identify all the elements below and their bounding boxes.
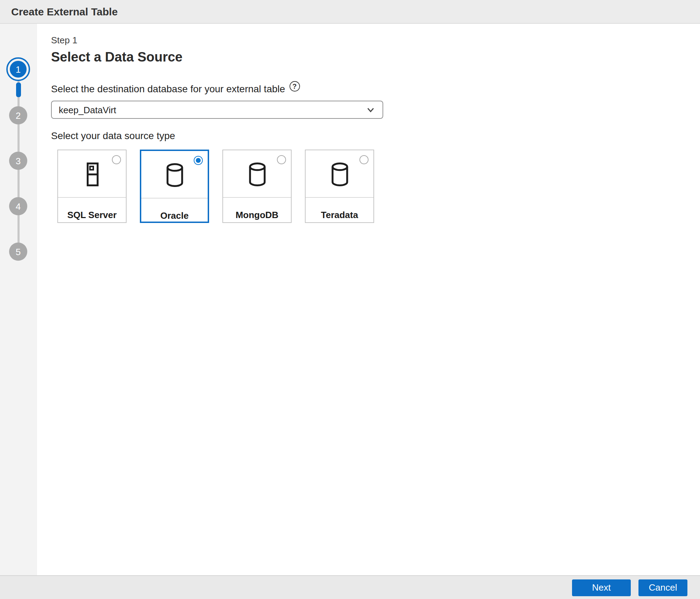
- card-label: Oracle: [141, 210, 208, 221]
- create-external-table-wizard: Create External Table 1 2 3 4 5 Step 1 S…: [0, 0, 700, 599]
- destination-database-label: Select the destination database for your…: [51, 83, 285, 94]
- dialog-titlebar: Create External Table: [0, 0, 700, 24]
- datasource-card-sql-server[interactable]: SQL Server: [57, 150, 127, 223]
- step-indicator-5[interactable]: 5: [9, 243, 27, 261]
- step-label: Step 1: [51, 35, 700, 45]
- chevron-down-icon: [366, 105, 376, 115]
- dialog-footer: Next Cancel: [0, 575, 700, 599]
- card-label: SQL Server: [58, 210, 126, 220]
- step-1-number: 1: [10, 61, 27, 78]
- card-divider: [306, 197, 373, 198]
- destination-database-dropdown[interactable]: keep_DataVirt: [51, 101, 383, 119]
- radio-selected-icon[interactable]: [194, 156, 203, 165]
- card-divider: [141, 198, 208, 199]
- step-indicator-3[interactable]: 3: [9, 152, 27, 170]
- next-button[interactable]: Next: [572, 579, 631, 596]
- step-indicator-2[interactable]: 2: [9, 106, 27, 124]
- step-indicator-1[interactable]: 1: [6, 57, 30, 81]
- destination-database-value: keep_DataVirt: [59, 104, 116, 115]
- card-divider: [58, 197, 126, 198]
- datasource-card-oracle[interactable]: Oracle: [140, 150, 209, 223]
- radio-unselected-icon[interactable]: [277, 155, 286, 164]
- dialog-title: Create External Table: [11, 6, 118, 17]
- step-indicator-4[interactable]: 4: [9, 197, 27, 215]
- datasource-cards: SQL Server Oracle: [57, 150, 700, 223]
- datasource-card-mongodb[interactable]: MongoDB: [222, 150, 292, 223]
- card-label: Teradata: [306, 210, 373, 220]
- step-rail: 1 2 3 4 5: [0, 24, 37, 575]
- radio-unselected-icon[interactable]: [359, 155, 369, 164]
- page-title: Select a Data Source: [51, 50, 700, 65]
- help-question-icon[interactable]: ?: [289, 81, 300, 91]
- card-label: MongoDB: [223, 210, 291, 220]
- wizard-page-body: Step 1 Select a Data Source Select the d…: [37, 24, 700, 575]
- destination-label-row: Select the destination database for your…: [51, 83, 700, 94]
- datasource-card-teradata[interactable]: Teradata: [305, 150, 374, 223]
- radio-unselected-icon[interactable]: [112, 155, 121, 164]
- cancel-button[interactable]: Cancel: [638, 579, 687, 596]
- source-type-label: Select your data source type: [51, 130, 700, 141]
- step-progress-bar: [16, 82, 21, 97]
- card-divider: [223, 197, 291, 198]
